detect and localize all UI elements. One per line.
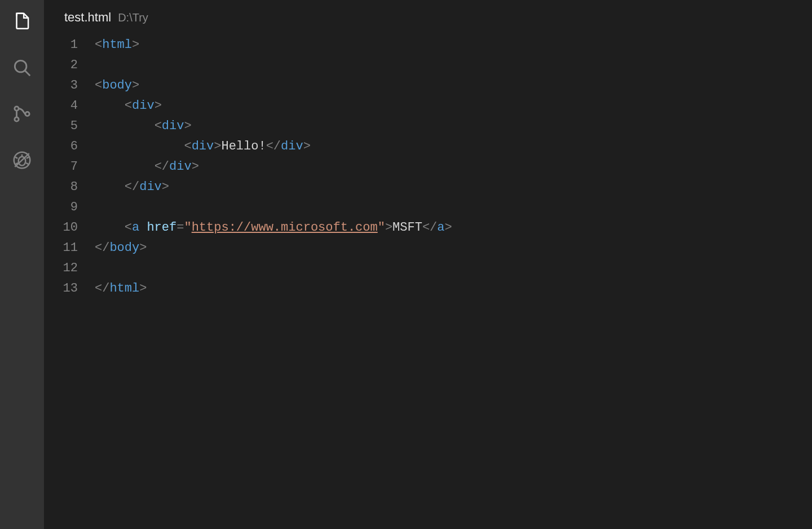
- svg-point-4: [25, 112, 29, 116]
- editor-tab-path: D:\Try: [118, 11, 148, 24]
- search-icon[interactable]: [8, 54, 36, 81]
- svg-point-0: [15, 60, 27, 72]
- line-number: 2: [44, 55, 78, 76]
- code-line[interactable]: <a href="https://www.microsoft.com">MSFT…: [95, 218, 812, 238]
- code-line[interactable]: <body>: [95, 76, 812, 96]
- code-content[interactable]: <html> <body> <div> <div> <div>Hello!</d…: [95, 35, 812, 529]
- code-line[interactable]: <div>Hello!</div>: [95, 136, 812, 157]
- code-line[interactable]: [95, 55, 812, 76]
- code-line[interactable]: <div>: [95, 116, 812, 136]
- line-number: 7: [44, 157, 78, 177]
- svg-point-2: [15, 107, 19, 111]
- svg-point-3: [15, 117, 19, 121]
- line-number: 3: [44, 76, 78, 96]
- editor-tab-filename: test.html: [64, 10, 111, 25]
- code-line[interactable]: </html>: [95, 279, 812, 299]
- scm-icon[interactable]: [8, 100, 36, 127]
- line-number: 9: [44, 197, 78, 218]
- code-line[interactable]: <html>: [95, 35, 812, 55]
- editor-tab[interactable]: test.html D:\Try: [44, 0, 812, 35]
- line-number: 10: [44, 218, 78, 238]
- line-number: 4: [44, 96, 78, 116]
- code-area[interactable]: 12345678910111213 <html> <body> <div> <d…: [44, 35, 812, 529]
- svg-line-11: [26, 163, 28, 164]
- line-number: 6: [44, 136, 78, 157]
- line-number-gutter: 12345678910111213: [44, 35, 95, 529]
- activity-bar: [0, 0, 44, 529]
- line-number: 8: [44, 177, 78, 197]
- debug-icon[interactable]: [8, 147, 36, 174]
- code-line[interactable]: </div>: [95, 177, 812, 197]
- code-line[interactable]: <div>: [95, 96, 812, 116]
- code-line[interactable]: </div>: [95, 157, 812, 177]
- svg-line-8: [15, 157, 17, 158]
- line-number: 5: [44, 116, 78, 136]
- line-number: 1: [44, 35, 78, 55]
- files-icon[interactable]: [8, 8, 36, 35]
- line-number: 11: [44, 238, 78, 258]
- svg-line-1: [25, 71, 30, 76]
- code-line[interactable]: [95, 258, 812, 279]
- svg-line-9: [27, 157, 29, 158]
- code-line[interactable]: [95, 197, 812, 218]
- editor-pane: test.html D:\Try 12345678910111213 <html…: [44, 0, 812, 529]
- line-number: 13: [44, 279, 78, 299]
- code-line[interactable]: </body>: [95, 238, 812, 258]
- line-number: 12: [44, 258, 78, 279]
